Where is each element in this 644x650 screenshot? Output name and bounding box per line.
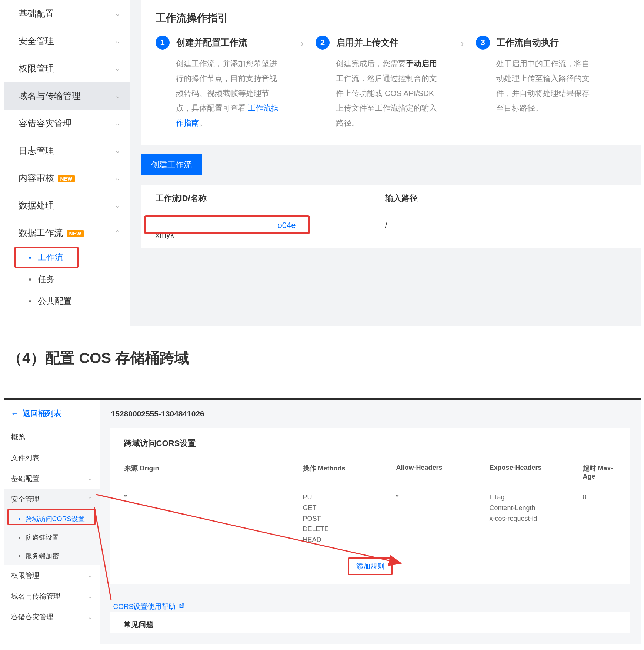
cell-allow-headers: * <box>396 488 489 549</box>
sidebar-subitem-workflow[interactable]: 工作流 <box>4 247 130 268</box>
bullet-icon <box>19 555 20 557</box>
sidebar-nav: ← 返回桶列表 概览 文件列表 基础配置⌄ 安全管理⌃ 跨域访问CORS设置 防… <box>4 400 100 627</box>
step-number-badge: 2 <box>316 36 330 50</box>
new-badge: NEW <box>67 230 84 237</box>
chevron-down-icon: ⌄ <box>115 201 120 210</box>
sidebar-item-fault-tolerance[interactable]: 容错容灾管理⌄ <box>4 110 130 137</box>
th-methods: 操作 Methods <box>303 460 396 487</box>
chevron-down-icon: ⌄ <box>88 572 93 579</box>
cell-max-age: 0 <box>583 488 616 549</box>
chevron-up-icon: ⌃ <box>88 496 93 503</box>
sidebar-item-domain-transfer[interactable]: 域名与传输管理⌄ <box>4 586 100 607</box>
bucket-id-title: 15280002555-1304841026 <box>100 400 641 428</box>
chevron-down-icon: ⌄ <box>115 174 120 182</box>
bullet-icon <box>19 518 20 520</box>
cors-help-link[interactable]: CORS设置使用帮助 <box>113 602 185 612</box>
workflow-guide-card: 工作流操作指引 1创建并配置工作流 创建工作流，并添加您希望进行的操作节点，目前… <box>141 0 641 145</box>
workflow-id-link[interactable]: xxxxxxxxxxxxxxxxxxxxxxxxxxxxxxo04e <box>156 221 385 230</box>
sidebar-item-file-list[interactable]: 文件列表 <box>4 448 100 468</box>
create-workflow-button[interactable]: 创建工作流 <box>141 154 202 175</box>
cors-card-title: 跨域访问CORS设置 <box>124 438 617 449</box>
sidebar-item-fault-tolerance[interactable]: 容错容灾管理⌄ <box>4 607 100 627</box>
main-panel: 15280002555-1304841026 跨域访问CORS设置 来源 Ori… <box>100 400 641 644</box>
chevron-down-icon: ⌄ <box>115 92 120 100</box>
sidebar-item-basic-config[interactable]: 基础配置⌄ <box>4 0 130 27</box>
sidebar-item-security[interactable]: 安全管理⌄ <box>4 27 130 55</box>
th-allow-headers: Allow-Headers <box>396 460 489 487</box>
guide-title: 工作流操作指引 <box>156 11 626 25</box>
arrow-left-icon: ← <box>11 409 19 418</box>
sidebar-subitem-tasks[interactable]: 任务 <box>4 268 130 290</box>
th-max-age: 超时 Max-Age <box>583 460 616 487</box>
section-heading-4: （4）配置 COS 存储桶跨域 <box>7 348 644 368</box>
sidebar-subitem-cors[interactable]: 跨域访问CORS设置 <box>4 510 100 528</box>
sidebar-item-data-processing[interactable]: 数据处理⌄ <box>4 192 130 219</box>
chevron-right-icon: › <box>461 38 464 49</box>
faq-card: 常见问题 <box>110 612 630 633</box>
sidebar-subitem-public-config[interactable]: 公共配置 <box>4 290 130 312</box>
new-badge: NEW <box>58 175 75 182</box>
sidebar-subitem-encryption[interactable]: 服务端加密 <box>4 547 100 565</box>
sidebar-item-basic-config[interactable]: 基础配置⌄ <box>4 468 100 489</box>
sidebar-item-data-workflow[interactable]: 数据工作流NEW⌃ <box>4 219 130 247</box>
table-header-id-name: 工作流ID/名称 <box>156 193 385 204</box>
workflow-console-screenshot: 基础配置⌄ 安全管理⌄ 权限管理⌄ 域名与传输管理⌄ 容错容灾管理⌄ 日志管理⌄… <box>4 0 641 326</box>
cell-expose-headers: ETag Content-Length x-cos-request-id <box>490 488 582 549</box>
sidebar-nav: 基础配置⌄ 安全管理⌄ 权限管理⌄ 域名与传输管理⌄ 容错容灾管理⌄ 日志管理⌄… <box>4 0 130 326</box>
chevron-right-icon: › <box>301 38 304 49</box>
sidebar-item-permissions[interactable]: 权限管理⌄ <box>4 565 100 586</box>
cell-origin: * <box>124 488 302 549</box>
chevron-down-icon: ⌄ <box>88 593 93 600</box>
cors-rules-table: 来源 Origin 操作 Methods Allow-Headers Expos… <box>124 459 617 550</box>
workflow-table: 工作流ID/名称 输入路径 xxxxxxxxxxxxxxxxxxxxxxxxxx… <box>141 185 641 248</box>
th-expose-headers: Expose-Headers <box>490 460 582 487</box>
sidebar-subitem-hotlink[interactable]: 防盗链设置 <box>4 528 100 547</box>
chevron-down-icon: ⌄ <box>115 10 120 18</box>
th-origin: 来源 Origin <box>124 460 302 487</box>
bullet-icon <box>29 300 31 302</box>
guide-step-2: 2启用并上传文件 创建完成后，您需要手动启用工作流，然后通过控制台的文件上传功能… <box>316 36 449 130</box>
table-row: * PUT GET POST DELETE HEAD * ETag Conten… <box>124 488 616 549</box>
guide-step-1: 1创建并配置工作流 创建工作流，并添加您希望进行的操作节点，目前支持音视频转码、… <box>156 36 289 130</box>
bullet-icon <box>29 257 31 259</box>
cell-methods: PUT GET POST DELETE HEAD <box>303 488 396 549</box>
cors-settings-card: 跨域访问CORS设置 来源 Origin 操作 Methods Allow-He… <box>110 428 630 584</box>
sidebar-item-domain-transfer[interactable]: 域名与传输管理⌄ <box>4 82 130 110</box>
bullet-icon <box>29 278 31 281</box>
chevron-down-icon: ⌄ <box>115 37 120 45</box>
chevron-down-icon: ⌄ <box>115 64 120 73</box>
back-to-bucket-list-link[interactable]: ← 返回桶列表 <box>4 400 100 427</box>
external-link-icon <box>178 603 184 611</box>
cors-console-screenshot: ← 返回桶列表 概览 文件列表 基础配置⌄ 安全管理⌃ 跨域访问CORS设置 防… <box>4 398 641 644</box>
main-panel: 工作流操作指引 1创建并配置工作流 创建工作流，并添加您希望进行的操作节点，目前… <box>130 0 641 326</box>
step-number-badge: 3 <box>476 36 490 50</box>
chevron-down-icon: ⌄ <box>115 147 120 155</box>
chevron-down-icon: ⌄ <box>115 119 120 127</box>
sidebar-item-logs[interactable]: 日志管理⌄ <box>4 137 130 164</box>
table-header-input-path: 输入路径 <box>385 193 418 204</box>
sidebar-item-overview[interactable]: 概览 <box>4 427 100 448</box>
sidebar-item-permissions[interactable]: 权限管理⌄ <box>4 55 130 82</box>
bullet-icon <box>19 537 20 539</box>
guide-step-3: 3工作流自动执行 处于启用中的工作流，将自动处理上传至输入路径的文件，并自动将处… <box>476 36 594 115</box>
step-number-badge: 1 <box>156 36 170 50</box>
chevron-up-icon: ⌃ <box>115 229 120 237</box>
sidebar-item-content-review[interactable]: 内容审核NEW⌄ <box>4 164 130 192</box>
workflow-name: xmyk <box>156 230 385 240</box>
chevron-down-icon: ⌄ <box>88 475 93 482</box>
chevron-down-icon: ⌄ <box>88 614 93 620</box>
table-row[interactable]: xxxxxxxxxxxxxxxxxxxxxxxxxxxxxxo04e xmyk … <box>141 212 641 248</box>
sidebar-item-security[interactable]: 安全管理⌃ <box>4 489 100 510</box>
add-rule-button[interactable]: 添加规则 <box>350 559 390 574</box>
workflow-input-path: / <box>385 221 387 240</box>
